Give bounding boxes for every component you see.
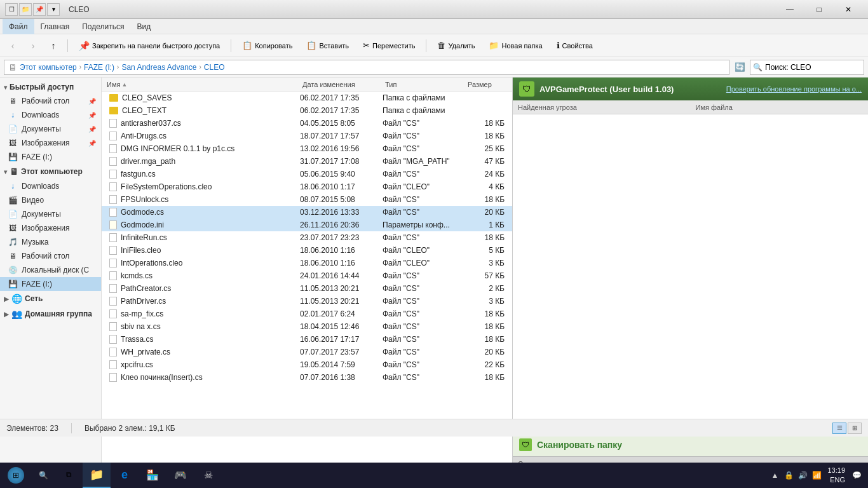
table-row[interactable]: IntOperations.cleo 18.06.2010 1:16 Файл … <box>102 257 512 269</box>
table-row[interactable]: DMG INFORMER 0.1.1 by p1c.cs 13.02.2016 … <box>102 142 512 155</box>
sidebar-item-documents1[interactable]: 📄 Документы 📌 <box>0 122 101 136</box>
table-row[interactable]: FPSUnlock.cs 08.07.2015 5:08 Файл "CS" 1… <box>102 193 512 206</box>
path-faze[interactable]: FAZE (I:) <box>84 63 114 72</box>
path-cleo[interactable]: CLEO <box>204 63 225 72</box>
taskbar-explorer[interactable]: 📁 <box>83 463 111 488</box>
table-row[interactable]: IniFiles.cleo 18.06.2010 1:16 Файл "CLEO… <box>102 244 512 257</box>
avp-update-link[interactable]: Проверить обновление программы на о... <box>726 85 862 93</box>
table-row[interactable]: CLEO_TEXT 06.02.2017 17:35 Папка с файла… <box>102 104 512 117</box>
tray-icon-sound[interactable]: 🔊 <box>797 470 808 481</box>
new-folder-label: Новая папка <box>501 42 542 50</box>
start-button[interactable]: ⊞ <box>0 463 32 488</box>
sidebar-item-localc[interactable]: 💿 Локальный диск (C <box>0 263 101 277</box>
title-open-btn[interactable]: 📁 <box>19 3 32 16</box>
taskbar-app4[interactable]: 🎮 <box>166 463 194 488</box>
tray-icon-network[interactable]: 📶 <box>811 470 822 481</box>
copy-button[interactable]: 📋 Копировать <box>236 37 298 55</box>
sidebar-item-fazei[interactable]: 💾 FAZE (I:) <box>0 150 101 164</box>
table-row[interactable]: Godmode.ini 26.11.2016 20:36 Параметры к… <box>102 219 512 231</box>
table-row[interactable]: FileSystemOperations.cleo 18.06.2010 1:1… <box>102 180 512 193</box>
tray-icon-chevron[interactable]: ▲ <box>769 470 780 481</box>
file-name: WH_private.cs <box>121 348 170 356</box>
notification-button[interactable]: 💬 <box>850 463 863 488</box>
table-row[interactable]: kcmds.cs 24.01.2016 14:44 Файл "CS" 57 К… <box>102 269 512 282</box>
title-new-btn[interactable]: ☐ <box>5 3 18 16</box>
menu-share[interactable]: Поделиться <box>76 19 130 34</box>
up-button[interactable]: ↑ <box>44 37 62 55</box>
sidebar-item-music[interactable]: 🎵 Музыка <box>0 235 101 249</box>
sidebar-item-documents2[interactable]: 📄 Документы <box>0 207 101 221</box>
homegroup-arrow: ▶ <box>4 311 9 318</box>
table-row[interactable]: Клео починка(Insert).cs 07.07.2016 1:38 … <box>102 371 512 384</box>
status-selected: Выбрано 2 элем.: 19,1 КБ <box>85 424 175 433</box>
homegroup-header[interactable]: ▶ 👥 Домашняя группа <box>0 306 101 322</box>
refresh-button[interactable]: 🔄 <box>732 60 747 75</box>
sidebar-item-video[interactable]: 🎬 Видео <box>0 193 101 207</box>
documents-icon-2: 📄 <box>8 209 18 219</box>
move-button[interactable]: ✂ Переместить <box>357 37 421 55</box>
view-details-button[interactable]: ☰ <box>832 423 846 434</box>
taskbar-search-button[interactable]: 🔍 <box>32 463 55 488</box>
table-row[interactable]: driver.mga_path 31.07.2017 17:08 Файл "M… <box>102 155 512 168</box>
menu-view[interactable]: Вид <box>130 19 157 34</box>
mga-file-icon <box>109 157 117 166</box>
sidebar-item-downloads1[interactable]: ↓ Downloads 📌 <box>0 108 101 122</box>
table-row[interactable]: fastgun.cs 05.06.2015 9:40 Файл "CS" 24 … <box>102 168 512 180</box>
minimize-button[interactable]: — <box>775 0 804 19</box>
table-row[interactable]: CLEO_SAVES 06.02.2017 17:35 Папка с файл… <box>102 92 512 104</box>
back-button[interactable]: ‹ <box>4 37 22 55</box>
menu-home[interactable]: Главная <box>34 19 76 34</box>
properties-button[interactable]: ℹ Свойства <box>551 37 599 55</box>
address-path[interactable]: 🖥 Этот компьютер › FAZE (I:) › San Andre… <box>4 60 729 75</box>
title-drop-btn[interactable]: ▾ <box>47 3 60 16</box>
tray-icon-lock[interactable]: 🔒 <box>783 470 794 481</box>
taskbar-store[interactable]: 🏪 <box>139 463 166 488</box>
sidebar-item-fazei2[interactable]: 💾 FAZE (I:) <box>0 277 101 291</box>
table-row[interactable]: sa-mp_fix.cs 02.01.2017 6:24 Файл "CS" 1… <box>102 308 512 320</box>
taskbar-app5[interactable]: ☠ <box>194 463 222 488</box>
col-header-date[interactable]: Дата изменения <box>300 81 383 88</box>
table-row[interactable]: Anti-Drugs.cs 18.07.2017 17:57 Файл "CS"… <box>102 130 512 142</box>
sidebar-item-images2[interactable]: 🖼 Изображения <box>0 221 101 235</box>
paste-button[interactable]: 📋 Вставить <box>301 37 355 55</box>
col-header-size[interactable]: Размер <box>465 81 510 88</box>
table-row[interactable]: Godmode.cs 03.12.2016 13:33 Файл "CS" 20… <box>102 206 512 219</box>
file-type: Файл "CS" <box>383 119 465 128</box>
table-row[interactable]: WH_private.cs 07.07.2017 23:57 Файл "CS"… <box>102 346 512 358</box>
sidebar-item-desktop2[interactable]: 🖥 Рабочий стол <box>0 249 101 263</box>
avp-scan-button[interactable]: Сканировать папку <box>537 440 622 450</box>
this-pc-header[interactable]: ▾ 🖥 Этот компьютер <box>0 164 101 179</box>
network-header[interactable]: ▶ 🌐 Сеть <box>0 291 101 306</box>
table-row[interactable]: xpcifru.cs 19.05.2014 7:59 Файл "CS" 22 … <box>102 358 512 371</box>
table-row[interactable]: InfiniteRun.cs 23.07.2017 23:23 Файл "CS… <box>102 231 512 244</box>
table-row[interactable]: sbiv na x.cs 18.04.2015 12:46 Файл "CS" … <box>102 320 512 333</box>
taskbar-edge[interactable]: e <box>111 463 139 488</box>
sidebar-item-images1[interactable]: 🖼 Изображения 📌 <box>0 136 101 150</box>
pin-quickaccess-button[interactable]: 📌 Закрепить на панели быстрого доступа <box>73 37 226 55</box>
close-button[interactable]: ✕ <box>834 0 863 19</box>
delete-button[interactable]: 🗑 Удалить <box>431 37 480 55</box>
table-row[interactable]: anticrasher037.cs 04.05.2015 8:05 Файл "… <box>102 117 512 130</box>
avp-shield-icon: 🛡 <box>519 81 534 97</box>
path-saa[interactable]: San Andreas Advance <box>121 63 196 72</box>
col-header-name[interactable]: Имя ▲ <box>104 81 300 88</box>
table-row[interactable]: PathDriver.cs 11.05.2013 20:21 Файл "CS"… <box>102 295 512 308</box>
search-input[interactable] <box>765 63 861 72</box>
table-row[interactable]: Trassa.cs 16.06.2017 17:17 Файл "CS" 18 … <box>102 333 512 346</box>
menu-file[interactable]: Файл <box>3 19 34 34</box>
path-this-pc[interactable]: Этот компьютер <box>20 63 77 72</box>
file-type: Файл "CS" <box>383 348 465 356</box>
quick-access-header[interactable]: ▾ Быстрый доступ <box>0 80 101 94</box>
file-type: Файл "CLEO" <box>383 182 465 191</box>
title-pin-btn[interactable]: 📌 <box>33 3 46 16</box>
sidebar-item-downloads2[interactable]: ↓ Downloads <box>0 179 101 193</box>
table-row[interactable]: PathCreator.cs 11.05.2013 20:21 Файл "CS… <box>102 282 512 295</box>
new-folder-button[interactable]: 📁 Новая папка <box>483 37 548 55</box>
forward-button[interactable]: › <box>24 37 42 55</box>
taskbar-task-view[interactable]: ⧉ <box>55 463 83 488</box>
sidebar-item-desktop1[interactable]: 🖥 Рабочий стол 📌 <box>0 94 101 108</box>
view-icons-button[interactable]: ⊞ <box>848 423 862 434</box>
file-name: xpcifru.cs <box>121 360 153 369</box>
col-header-type[interactable]: Тип <box>383 81 465 88</box>
maximize-button[interactable]: □ <box>804 0 834 19</box>
